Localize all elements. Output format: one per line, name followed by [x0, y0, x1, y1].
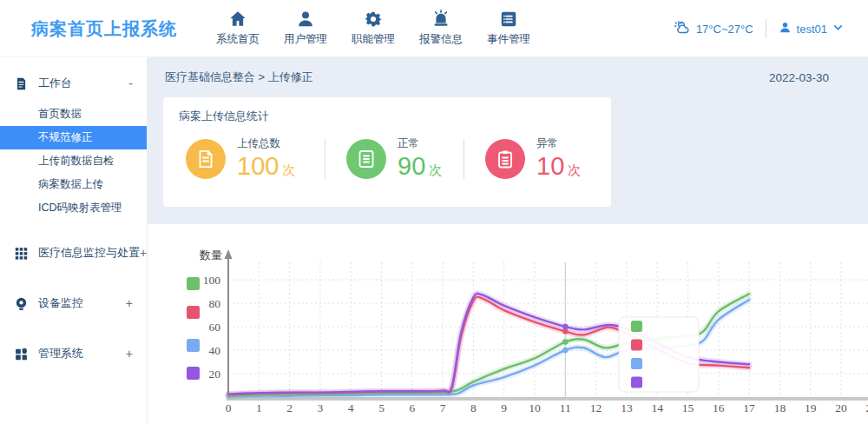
sun-cloud-icon: [674, 19, 691, 39]
stat-value: 90: [398, 152, 425, 180]
upload-trend-chart: 0123456789101112131415161718192021204060…: [148, 224, 868, 424]
username: test01: [797, 23, 827, 36]
temperature-range: 17°C~27°C: [696, 23, 753, 36]
sidebar-group-label: 工作台: [38, 76, 128, 91]
svg-text:10: 10: [529, 401, 541, 414]
stats-row: 上传总数 100次 正常 90次 异常 10次: [163, 136, 611, 181]
weather-widget: 17°C~27°C: [674, 19, 753, 39]
header-nav-item[interactable]: 事件管理: [475, 0, 542, 57]
user-menu[interactable]: test01: [779, 21, 844, 36]
svg-text:20: 20: [835, 401, 847, 414]
legend-swatch-series-red[interactable]: [187, 306, 200, 319]
expand-collapse-toggle[interactable]: -: [128, 76, 133, 90]
document-icon: [14, 76, 29, 91]
sidebar-sub-item[interactable]: ICD码映射表管理: [0, 196, 147, 220]
svg-text:60: 60: [209, 321, 221, 334]
header-nav-label: 事件管理: [475, 32, 542, 47]
svg-text:19: 19: [805, 401, 817, 414]
svg-text:6: 6: [409, 401, 415, 414]
file-icon: [186, 139, 226, 179]
stat-unit: 次: [568, 162, 581, 177]
svg-text:7: 7: [440, 401, 446, 414]
svg-text:18: 18: [774, 401, 786, 414]
sidebar-group-label: 管理系统: [38, 346, 126, 361]
stat-label: 异常: [536, 136, 581, 151]
header-nav-label: 职能管理: [339, 32, 407, 47]
sidebar-group-row[interactable]: 医疗信息监控与处置 +: [0, 235, 147, 270]
svg-text:3: 3: [318, 401, 324, 414]
stat-block: 上传总数 100次: [186, 136, 325, 181]
header-nav-label: 用户管理: [272, 32, 339, 47]
chart-tooltip: [619, 317, 699, 392]
grid-icon: [14, 246, 29, 261]
svg-text:数量: 数量: [199, 248, 222, 262]
svg-text:100: 100: [203, 274, 221, 287]
sidebar-group-row[interactable]: 工作台 -: [0, 64, 147, 103]
stat-block: 异常 10次: [464, 136, 602, 181]
sidebar-group-label: 设备监控: [38, 295, 126, 311]
svg-text:15: 15: [682, 401, 694, 414]
stat-value: 100: [237, 152, 279, 180]
expand-collapse-toggle[interactable]: +: [126, 347, 133, 361]
clipboard-icon: [485, 139, 525, 179]
upload-stats-card: 病案上传信息统计 上传总数 100次 正常 90次 异常 10次: [163, 97, 611, 207]
header-nav-item[interactable]: 职能管理: [339, 0, 407, 57]
expand-collapse-toggle[interactable]: +: [140, 246, 147, 260]
svg-text:14: 14: [651, 401, 663, 414]
stat-unit: 次: [429, 162, 442, 177]
stat-unit: 次: [282, 162, 295, 177]
sidebar-sub-item[interactable]: 不规范修正: [0, 126, 147, 149]
header-nav-label: 报警信息: [407, 32, 475, 47]
svg-text:0: 0: [226, 401, 232, 414]
svg-text:2: 2: [286, 401, 293, 414]
stat-block: 正常 90次: [325, 136, 464, 181]
app-header: 病案首页上报系统 系统首页 用户管理 职能管理 报警信息 事件管理 17°C~2…: [0, 0, 868, 57]
legend-swatch-series-blue[interactable]: [187, 339, 200, 352]
svg-text:17: 17: [743, 401, 755, 414]
header-nav-item[interactable]: 系统首页: [204, 0, 272, 57]
sidebar-sub-item[interactable]: 上传前数据自检: [0, 149, 147, 173]
date-display: 2022-03-30: [769, 71, 829, 84]
sidebar-sub-item[interactable]: 首页数据: [0, 103, 147, 126]
sidebar: 工作台 - 首页数据不规范修正上传前数据自检病案数据上传ICD码映射表管理 医疗…: [0, 57, 148, 424]
header-nav: 系统首页 用户管理 职能管理 报警信息 事件管理: [204, 0, 542, 57]
list-icon: [475, 10, 542, 30]
svg-text:11: 11: [560, 401, 571, 414]
breadcrumb: 医疗基础信息整合 > 上传修正: [165, 70, 313, 85]
stat-label: 正常: [398, 136, 442, 151]
svg-text:40: 40: [209, 344, 221, 357]
svg-text:12: 12: [590, 401, 602, 414]
sidebar-group-row[interactable]: 设备监控 +: [0, 286, 147, 321]
camera-icon: [14, 296, 29, 311]
svg-text:1: 1: [256, 401, 262, 414]
card-title: 病案上传信息统计: [163, 109, 611, 124]
chevron-down-icon[interactable]: [832, 22, 844, 36]
svg-text:16: 16: [713, 401, 725, 414]
svg-text:5: 5: [378, 401, 385, 414]
stat-value: 10: [536, 152, 564, 180]
sidebar-group-row[interactable]: 管理系统 +: [0, 336, 147, 371]
home-icon: [204, 10, 272, 30]
svg-text:80: 80: [209, 297, 221, 310]
user-icon: [272, 10, 339, 30]
svg-text:8: 8: [470, 401, 477, 414]
app-title: 病案首页上报系统: [31, 0, 177, 57]
sidebar-group-label: 医疗信息监控与处置: [38, 245, 140, 261]
expand-collapse-toggle[interactable]: +: [126, 296, 133, 310]
legend-swatch-series-purple[interactable]: [187, 367, 200, 380]
legend-swatch-series-green[interactable]: [187, 277, 200, 290]
sidebar-sub-item[interactable]: 病案数据上传: [0, 173, 147, 196]
svg-text:13: 13: [621, 401, 633, 414]
header-nav-item[interactable]: 报警信息: [407, 0, 475, 57]
svg-text:4: 4: [348, 401, 354, 414]
doc-icon: [346, 139, 386, 179]
gear-icon: [339, 10, 407, 30]
header-nav-item[interactable]: 用户管理: [272, 0, 339, 57]
header-nav-label: 系统首页: [204, 32, 272, 47]
header-divider: [766, 19, 766, 38]
blocks-icon: [14, 347, 29, 361]
stat-label: 上传总数: [237, 136, 295, 151]
svg-text:9: 9: [501, 401, 507, 414]
person-icon: [779, 21, 792, 36]
svg-text:20: 20: [209, 368, 221, 381]
